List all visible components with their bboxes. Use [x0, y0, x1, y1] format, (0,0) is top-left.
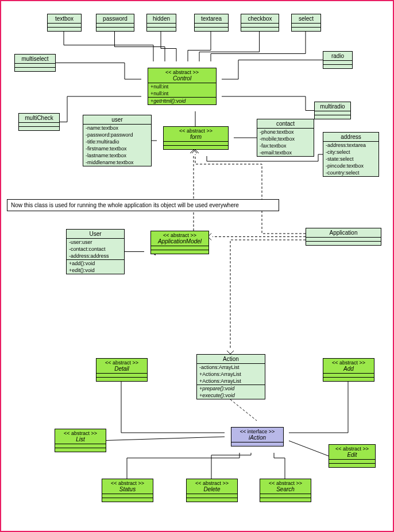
svg-line-21: [230, 399, 257, 421]
class-multiCheck: multiCheck: [18, 113, 60, 131]
class-ApplicationModel: << abstract >>ApplicationModel: [150, 231, 209, 254]
class-textbox: textbox: [47, 14, 82, 32]
class-Detail: << abstract >>Detail: [96, 358, 148, 382]
class-password: password: [96, 14, 134, 32]
class-address: address-address:textarea-city:select-sta…: [323, 132, 379, 177]
class-radio: radio: [323, 51, 353, 69]
class-List: << abstract >>List: [55, 429, 106, 452]
class-select: select: [291, 14, 321, 32]
class-Action: Action-actions:ArrayList+Actions:ArrayLi…: [196, 354, 265, 399]
class-Delete: << abstract >>Delete: [186, 479, 238, 502]
class-Edit: << abstract >>Edit: [329, 444, 376, 468]
class-User: User-user:user-contact:contact-address:a…: [66, 229, 125, 274]
diagram-canvas: Now this class is used for running the w…: [0, 0, 394, 532]
class-iAction: << interface >>iAction: [231, 427, 284, 446]
class-Application: Application: [306, 228, 381, 246]
class-contact: contact-phone:textbox-mobile;textbox-fax…: [257, 119, 314, 157]
class-Add: << abstract >>Add: [323, 358, 374, 382]
class-multiradio: multiradio: [314, 102, 351, 119]
class-hidden: hidden: [146, 14, 176, 32]
class-Search: << abstract >>Search: [260, 479, 311, 502]
class-textarea: textarea: [194, 14, 229, 32]
class-form: << abstract >>form: [163, 126, 229, 150]
class-user: user-name:textbox-password:password-titl…: [83, 115, 152, 166]
class-multiselect: multiselect: [14, 54, 56, 72]
class-Control: << abstract >>Control+null:int+null:int+…: [148, 68, 217, 105]
class-checkbox: checkbox: [241, 14, 279, 32]
diagram-note: Now this class is used for running the w…: [7, 199, 279, 211]
class-Status: << abstract >>Status: [102, 479, 153, 502]
